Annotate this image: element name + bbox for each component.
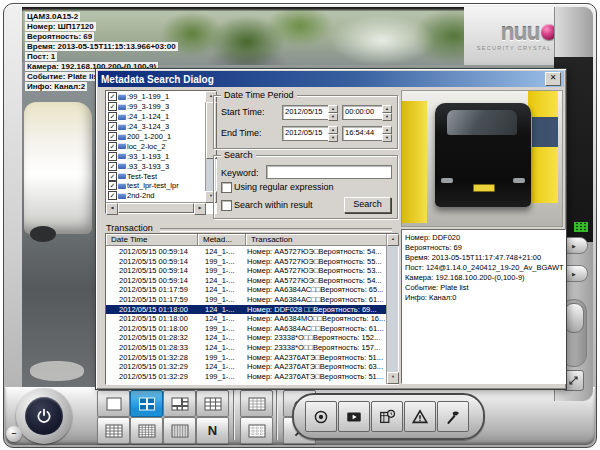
- arrow-right-icon: ▶: [572, 243, 576, 249]
- list-item[interactable]: ✓ 2nd-2nd: [107, 191, 205, 201]
- schedule-button[interactable]: [371, 401, 403, 432]
- start-date-input[interactable]: 2012/05/15: [282, 105, 331, 120]
- layout-5x5-icon: [136, 423, 158, 439]
- checkbox[interactable]: ✓: [108, 191, 117, 200]
- checkbox[interactable]: ✓: [108, 181, 117, 190]
- table-row[interactable]: 2012/05/15 01:28:33 124_1-... Номер: 233…: [106, 343, 387, 353]
- checkbox[interactable]: ✓: [108, 132, 117, 141]
- layout-3x3-button[interactable]: [196, 390, 229, 417]
- slider-thumb[interactable]: [564, 303, 584, 333]
- table-row[interactable]: 2012/05/15 01:32:29 124_1-... Номер: АА2…: [106, 362, 387, 372]
- end-date-spinner[interactable]: ▲▼: [328, 126, 338, 141]
- mode-control-pill: [292, 393, 485, 440]
- scrollbar-thumb[interactable]: [118, 203, 194, 213]
- layout-n-view-button[interactable]: N: [196, 417, 229, 444]
- scroll-down-icon[interactable]: ▼: [387, 372, 399, 384]
- list-item[interactable]: ✓ :24_1-124_1: [107, 112, 205, 122]
- checkbox[interactable]: ✓: [108, 152, 117, 161]
- list-item[interactable]: ✓ :93_1-193_1: [107, 151, 205, 161]
- checkbox[interactable]: ✓: [108, 102, 117, 111]
- within-result-checkbox[interactable]: [221, 200, 232, 211]
- end-time-spinner[interactable]: ▲▼: [382, 126, 392, 141]
- checkbox[interactable]: ✓: [108, 172, 117, 181]
- cell-datetime: 2012/05/15 01:18:00: [106, 324, 205, 334]
- checkbox[interactable]: ✓: [108, 142, 117, 151]
- spin-up-icon: ▲: [328, 105, 338, 113]
- col-header-transaction[interactable]: Transaction: [246, 234, 387, 246]
- list-horizontal-scrollbar[interactable]: ◀ ▶: [106, 202, 206, 213]
- power-button[interactable]: [16, 388, 72, 444]
- tools-button[interactable]: [437, 401, 469, 432]
- table-row[interactable]: 2012/05/15 00:59:14 199_1-... Номер: АА5…: [106, 266, 387, 276]
- table-row[interactable]: 2012/05/15 00:59:14 199_1-... Номер: АА5…: [106, 257, 387, 267]
- detail-line: Пост: 124@1.14.0_240412_19-20_Av_BGAWT: [405, 263, 565, 273]
- checkbox[interactable]: ✓: [108, 122, 117, 131]
- list-item-label: :99_1-199_1: [127, 92, 169, 101]
- minimize-button[interactable]: –: [6, 426, 22, 442]
- schedule-icon: [378, 408, 396, 426]
- table-row[interactable]: 2012/05/15 00:59:14 124_1-... Номер: АА5…: [106, 247, 387, 257]
- checkbox[interactable]: ✓: [108, 92, 117, 101]
- layout-1plus5-button[interactable]: [163, 390, 196, 417]
- table-row[interactable]: 2012/05/15 01:28:32 124_1-... Номер: 233…: [106, 333, 387, 343]
- col-header-metadata[interactable]: Metad...: [198, 234, 246, 246]
- section-divider: [160, 228, 392, 232]
- list-item-label: test_lpr-test_lpr: [127, 181, 179, 190]
- checkbox[interactable]: ✓: [108, 112, 117, 121]
- end-time-input[interactable]: 16:54:44: [342, 126, 385, 141]
- cell-metadata: 199_1-...: [205, 372, 247, 382]
- checkbox[interactable]: ✓: [108, 162, 117, 171]
- cell-metadata: 199_1-...: [205, 324, 247, 334]
- scroll-up-icon[interactable]: ▲: [387, 234, 399, 246]
- list-item[interactable]: ✓ Test-Test: [107, 171, 205, 181]
- list-item[interactable]: ✓ test_lpr-test_lpr: [107, 181, 205, 191]
- list-item[interactable]: ✓ .93_3-193_3: [107, 161, 205, 171]
- table-row[interactable]: 2012/05/15 01:17:59 199_1-... Номер: АА6…: [106, 295, 387, 305]
- list-item-label: .93_3-193_3: [127, 162, 169, 171]
- dialog-close-button[interactable]: ✕: [545, 72, 561, 86]
- list-item[interactable]: ✓ 200_1-200_1: [107, 132, 205, 142]
- table-vertical-scrollbar[interactable]: ▲ ▼: [386, 234, 398, 384]
- dialog-titlebar[interactable]: Metadata Search Dialog ✕: [98, 71, 564, 87]
- record-button[interactable]: [305, 401, 337, 432]
- layout-8x8-button[interactable]: [240, 390, 273, 417]
- search-button[interactable]: Search: [344, 197, 391, 213]
- layout-2x2-button[interactable]: [130, 390, 163, 417]
- layout-dashed-grid-button[interactable]: [240, 417, 273, 444]
- table-row[interactable]: 2012/05/15 01:17:59 124_1-... Номер: АА6…: [106, 285, 387, 295]
- layout-6x6-button[interactable]: [163, 417, 196, 444]
- regex-checkbox[interactable]: [221, 182, 232, 193]
- table-row[interactable]: 2012/05/15 01:18:00 124_1-... Номер: АА6…: [106, 314, 387, 324]
- table-row[interactable]: 2012/05/15 01:32:29 199_1-... Номер: АА2…: [106, 372, 387, 382]
- layout-4x4-button[interactable]: [97, 417, 130, 444]
- source-list[interactable]: ✓ :99_1-199_1 ✓ :99_3-199_3 ✓ :24_1-124_…: [105, 90, 217, 214]
- layout-1x1-button[interactable]: [97, 390, 130, 417]
- table-row[interactable]: 2012/05/15 01:18:00 124_1-... Номер: DDF…: [106, 305, 387, 315]
- playback-button[interactable]: [338, 401, 370, 432]
- cell-transaction: Номер: 23338*О□□Вероятность: 152...: [247, 333, 387, 343]
- list-item[interactable]: ✓ loc_2-loc_2: [107, 141, 205, 151]
- table-row[interactable]: 2012/05/15 01:18:00 199_1-... Номер: АА6…: [106, 324, 387, 334]
- check-icon: ✓: [110, 143, 116, 150]
- cell-datetime: 2012/05/15 01:32:28: [106, 353, 205, 363]
- col-header-datetime[interactable]: Date Time: [106, 234, 198, 246]
- list-item[interactable]: ✓ :99_3-199_3: [107, 102, 205, 112]
- close-icon: ✕: [550, 73, 557, 82]
- cell-datetime: 2012/05/15 01:18:00: [106, 314, 205, 324]
- check-icon: ✓: [110, 173, 116, 180]
- list-item-label: 200_1-200_1: [127, 132, 171, 141]
- keyword-input[interactable]: [266, 165, 392, 179]
- alarm-button[interactable]: [404, 401, 436, 432]
- scroll-left-icon[interactable]: ◀: [106, 203, 118, 215]
- start-time-spinner[interactable]: ▲▼: [382, 105, 392, 120]
- table-row[interactable]: 2012/05/15 01:32:28 199_1-... Номер: АА2…: [106, 353, 387, 363]
- list-item[interactable]: ✓ :24_3-124_3: [107, 122, 205, 132]
- layout-5x5-button[interactable]: [130, 417, 163, 444]
- scroll-right-icon[interactable]: ▶: [194, 203, 206, 215]
- start-date-spinner[interactable]: ▲▼: [328, 105, 338, 120]
- end-date-input[interactable]: 2012/05/15: [282, 126, 331, 141]
- table-row[interactable]: 2012/05/15 00:59:14 124_1-... Номер: АА5…: [106, 276, 387, 286]
- list-item[interactable]: ✓ :99_1-199_1: [107, 92, 205, 102]
- preview-pillar-left: [402, 101, 427, 223]
- start-time-input[interactable]: 00:00:00: [342, 105, 385, 120]
